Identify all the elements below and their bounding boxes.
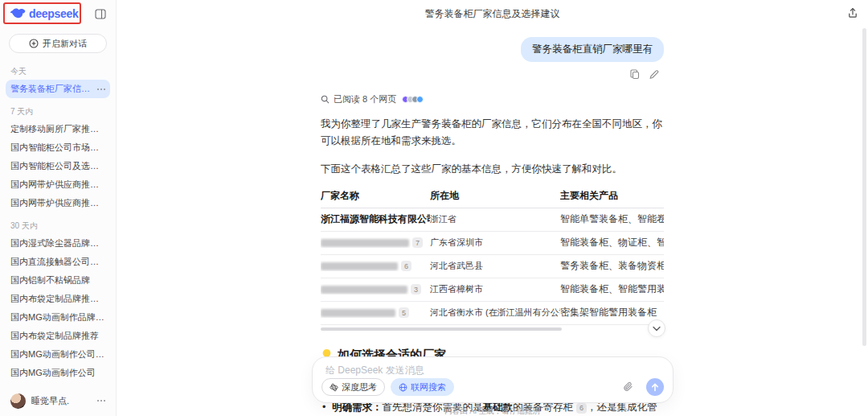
web-search-toggle[interactable]: 联网搜索 (391, 378, 454, 396)
logo-wordmark: deepseek (29, 7, 78, 20)
table-row: 6 河北省武邑县 警务装备柜、装备物资柜等 (321, 255, 664, 278)
table-horizontal-scrollbar[interactable] (321, 327, 562, 331)
citation-badge[interactable]: 3 (411, 284, 421, 294)
avatar (10, 393, 26, 409)
history-section-label: 7 天内 (10, 106, 105, 117)
history-item[interactable]: 定制移动厕所厂家推荐及选择建议 (6, 120, 110, 138)
read-status-text: 已阅读 8 个网页 (334, 93, 396, 105)
history-item[interactable]: 国内布袋定制品牌推荐及选择指南 (6, 290, 110, 308)
redacted-company-name (321, 262, 398, 270)
deep-think-icon (330, 383, 338, 392)
table-row: 7 广东省深圳市 智能装备柜、物证柜、智能储物柜等 (321, 232, 664, 255)
history-item[interactable]: 国内湿式除尘器品牌推荐 (6, 234, 110, 253)
copy-icon[interactable] (630, 69, 640, 80)
history-item[interactable]: 国内MG动画制作公司推荐 (6, 345, 110, 364)
assistant-paragraph: 下面这个表格汇总了这些厂家的基本信息，方便你快速了解和对比。 (321, 161, 664, 178)
profile-name: 睡觉早点. (31, 395, 88, 407)
redacted-company-name (321, 239, 409, 247)
source-favicons (402, 96, 424, 103)
message-input[interactable] (326, 365, 660, 376)
ai-disclaimer: 内容由 AI 生成，请仔细甄别 (117, 406, 868, 416)
scroll-to-bottom-button[interactable] (648, 319, 665, 337)
manufacturer-table: 厂家名称 所在地 主要相关产品 浙江福源智能科技有限公司1 浙江省 智能单警装备… (321, 185, 664, 325)
deepseek-app: deepseek 开启新对话 今天 警务装备柜厂家信息及选择建… 7 天内 定制… (0, 0, 868, 416)
table-row: 3 江西省樟树市 智能装备柜、智能警用装备柜等 (321, 278, 664, 302)
history-section-label: 30 天内 (10, 220, 105, 232)
paperclip-icon[interactable] (623, 381, 633, 393)
history-item[interactable]: 国内智能柜公司市场概况 (6, 138, 110, 157)
deepseek-logo[interactable]: deepseek (10, 7, 78, 20)
redacted-company-name (321, 309, 395, 317)
assistant-paragraph: 我为你整理了几家生产警务装备柜的厂家信息，它们分布在全国不同地区，你可以根据所在… (321, 116, 664, 150)
table-row: 5 河北省衡水市 (在浙江温州有分公司) 密集架智能警用装备柜 (321, 302, 664, 325)
chevron-down-icon (653, 326, 661, 332)
history-item[interactable]: 国内网带炉供应商推荐及选择指南 (6, 175, 110, 194)
sidebar-header: deepseek (0, 0, 116, 27)
history-item[interactable]: 国内布袋定制品牌推荐 (6, 327, 110, 345)
sidebar: deepseek 开启新对话 今天 警务装备柜厂家信息及选择建… 7 天内 定制… (0, 0, 117, 416)
sidebar-collapse-icon[interactable] (95, 9, 106, 19)
profile-menu-icon[interactable] (97, 400, 105, 402)
history-item[interactable]: 国内铝制不粘锅品牌 (6, 271, 110, 290)
edit-icon[interactable] (649, 69, 659, 80)
citation-badge[interactable]: 7 (412, 237, 423, 248)
redacted-company-name (321, 286, 407, 294)
citation-badge[interactable]: 6 (401, 261, 411, 271)
deep-think-toggle[interactable]: 深度思考 (321, 378, 385, 396)
table-header-row: 厂家名称 所在地 主要相关产品 (321, 185, 664, 208)
history-item[interactable]: 国内MG动画制作品牌推荐 (6, 308, 110, 327)
history-item[interactable]: 国内网带炉供应商推荐及选择指南 (6, 194, 110, 212)
history-item[interactable]: 国内MG动画制作公司 (6, 364, 110, 382)
citation-badge[interactable]: 5 (399, 307, 409, 318)
main-header: 警务装备柜厂家信息及选择建议 (117, 0, 868, 24)
vertical-scrollbar[interactable] (862, 28, 866, 346)
web-search-label: 联网搜索 (411, 381, 446, 393)
history-item[interactable]: 国内直流接触器公司推荐与选择… (6, 253, 110, 271)
web-read-status[interactable]: 已阅读 8 个网页 (321, 93, 664, 105)
user-message-bubble: 警务装备柜直销厂家哪里有 (521, 37, 664, 62)
deep-think-label: 深度思考 (342, 381, 377, 393)
chat-history: 今天 警务装备柜厂家信息及选择建… 7 天内 定制移动厕所厂家推荐及选择建议 国… (0, 56, 116, 385)
page-title: 警务装备柜厂家信息及选择建议 (117, 7, 868, 21)
user-profile[interactable]: 睡觉早点. (0, 385, 116, 416)
new-chat-button[interactable]: 开启新对话 (9, 34, 107, 53)
table-row: 浙江福源智能科技有限公司1 浙江省 智能单警装备柜、智能卷宗柜、物证柜 (321, 208, 664, 232)
message-composer: 深度思考 联网搜索 (312, 356, 674, 403)
share-icon[interactable] (847, 7, 858, 19)
history-item[interactable]: 国内智能柜公司及选择指南 (6, 157, 110, 175)
globe-icon (399, 383, 407, 392)
plus-circle-icon (29, 39, 39, 48)
history-section-label: 今天 (10, 66, 105, 77)
whale-logo-icon (10, 8, 26, 20)
history-item-current[interactable]: 警务装备柜厂家信息及选择建… (6, 80, 110, 98)
send-button[interactable] (646, 378, 664, 396)
new-chat-label: 开启新对话 (43, 38, 87, 50)
message-actions (321, 69, 664, 80)
item-menu-icon[interactable] (97, 89, 105, 90)
search-icon (321, 95, 330, 104)
